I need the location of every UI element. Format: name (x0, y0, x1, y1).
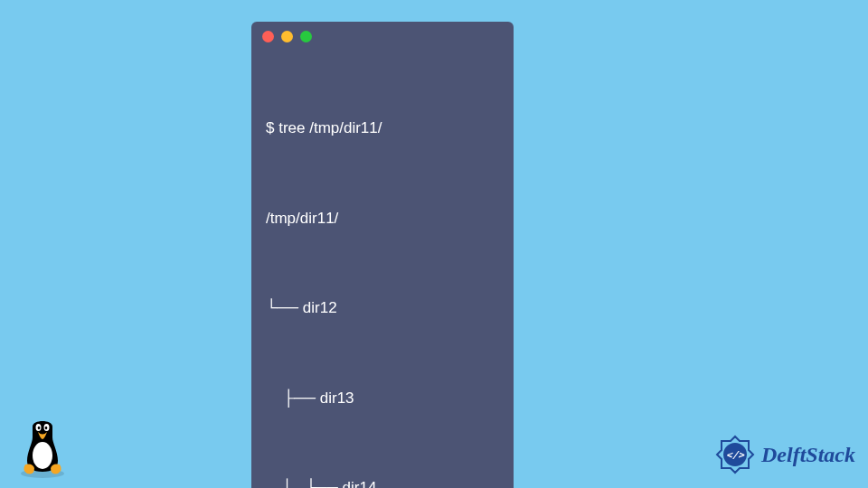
logo-text: DelftStack (761, 443, 855, 467)
tux-icon (14, 416, 71, 483)
svg-text:</>: </> (726, 449, 745, 461)
command-line: $ tree /tmp/dir11/ (266, 113, 499, 143)
svg-point-5 (45, 427, 48, 430)
delftstack-logo: </> DelftStack (714, 434, 855, 475)
tree-line: ├── dir13 (266, 383, 499, 413)
tree-line: └── dir12 (266, 293, 499, 323)
tree-line: /tmp/dir11/ (266, 203, 499, 233)
terminal-output: $ tree /tmp/dir11/ /tmp/dir11/ └── dir12… (251, 50, 514, 488)
terminal-window: $ tree /tmp/dir11/ /tmp/dir11/ └── dir12… (251, 22, 514, 488)
svg-point-1 (33, 442, 52, 469)
svg-point-4 (38, 427, 41, 430)
maximize-icon[interactable] (300, 31, 312, 42)
window-titlebar (251, 22, 514, 50)
minimize-icon[interactable] (281, 31, 293, 42)
close-icon[interactable] (262, 31, 274, 42)
logo-mark-icon: </> (714, 434, 756, 475)
tree-line: │ └── dir14 (266, 473, 499, 488)
